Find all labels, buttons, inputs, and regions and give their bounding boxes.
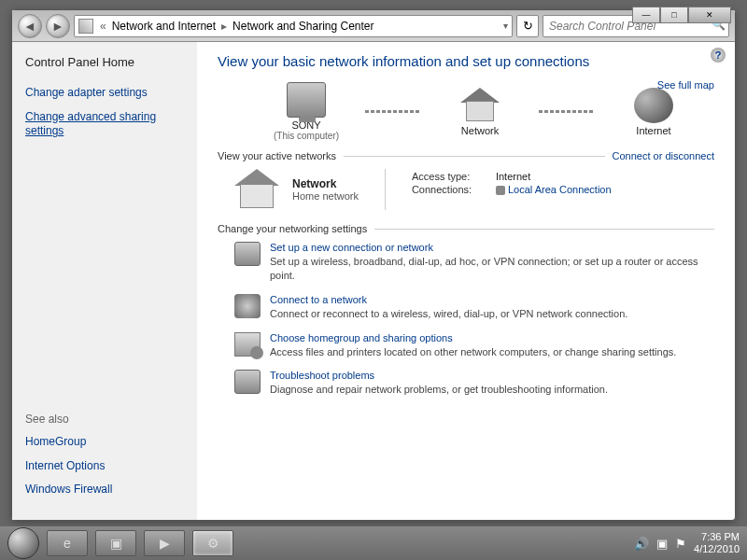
control-panel-home-link[interactable]: Control Panel Home [25, 55, 184, 69]
node-this-computer[interactable]: SONY (This computer) [255, 82, 358, 141]
connection-link[interactable]: Local Area Connection [508, 184, 612, 195]
taskbar-explorer-icon[interactable]: ▣ [95, 530, 136, 556]
taskbar-control-panel-icon[interactable]: ⚙ [192, 530, 233, 556]
breadcrumb-chevrons[interactable]: « [97, 20, 109, 33]
node-internet[interactable]: Internet [602, 88, 705, 136]
node-internet-label: Internet [636, 125, 670, 136]
active-network-panel: Network Home network Access type: Intern… [234, 169, 714, 210]
page-title: View your basic network information and … [218, 53, 714, 69]
task-link-connect[interactable]: Connect to a network [270, 294, 627, 305]
task-desc-setup: Set up a wireless, broadband, dial-up, a… [270, 255, 714, 283]
sidebar: Control Panel Home Change adapter settin… [12, 42, 197, 520]
setup-connection-icon [234, 242, 261, 266]
globe-icon [634, 88, 673, 123]
connections-label: Connections: [412, 184, 486, 195]
home-network-icon [234, 169, 279, 210]
taskbar-media-icon[interactable]: ▶ [144, 530, 185, 556]
task-link-homegroup[interactable]: Choose homegroup and sharing options [270, 332, 676, 343]
clock-date: 4/12/2010 [694, 543, 740, 555]
address-bar: ◄ ► « Network and Internet ▸ Network and… [12, 10, 735, 42]
system-tray: 🔊 ▣ ⚑ 7:36 PM 4/12/2010 [634, 531, 740, 555]
explorer-window: — □ ✕ ◄ ► « Network and Internet ▸ Netwo… [11, 9, 736, 521]
sidebar-link-internet-options[interactable]: Internet Options [25, 459, 184, 474]
node-network[interactable]: Network [429, 88, 531, 136]
window-controls: — □ ✕ [632, 7, 731, 23]
change-settings-heading: Change your networking settings [218, 223, 367, 234]
network-tray-icon[interactable]: ▣ [656, 537, 668, 551]
taskbar: e ▣ ▶ ⚙ 🔊 ▣ ⚑ 7:36 PM 4/12/2010 [0, 526, 747, 560]
help-icon[interactable]: ? [711, 48, 726, 63]
volume-icon[interactable]: 🔊 [634, 537, 649, 551]
breadcrumb-sharing-center[interactable]: Network and Sharing Center [230, 20, 376, 33]
sidebar-link-windows-firewall[interactable]: Windows Firewall [25, 483, 184, 497]
control-panel-icon [78, 19, 93, 34]
connect-disconnect-link[interactable]: Connect or disconnect [613, 150, 714, 161]
task-desc-homegroup: Access files and printers located on oth… [270, 345, 676, 359]
task-link-troubleshoot[interactable]: Troubleshoot problems [270, 370, 608, 381]
sidebar-link-adapter-settings[interactable]: Change adapter settings [25, 86, 184, 101]
forward-button[interactable]: ► [46, 14, 70, 38]
breadcrumb[interactable]: « Network and Internet ▸ Network and Sha… [74, 15, 513, 37]
task-connect-network[interactable]: Connect to a network Connect or reconnec… [234, 294, 714, 321]
sidebar-link-advanced-sharing[interactable]: Change advanced sharing settings [25, 110, 184, 139]
see-also-heading: See also [25, 413, 184, 426]
taskbar-clock[interactable]: 7:36 PM 4/12/2010 [694, 531, 740, 555]
map-connector [365, 110, 421, 113]
close-button[interactable]: ✕ [688, 7, 731, 23]
refresh-button[interactable]: ↻ [516, 15, 539, 37]
address-dropdown[interactable]: ▾ [503, 21, 508, 31]
task-desc-troubleshoot: Diagnose and repair network problems, or… [270, 383, 608, 397]
network-house-icon [460, 88, 500, 123]
start-button[interactable] [7, 527, 39, 559]
node-network-label: Network [461, 125, 499, 136]
access-type-label: Access type: [412, 171, 486, 182]
main-content: ? View your basic network information an… [197, 42, 735, 520]
ethernet-icon [496, 186, 505, 195]
active-networks-label: View your active networks [218, 150, 336, 161]
task-troubleshoot[interactable]: Troubleshoot problems Diagnose and repai… [234, 370, 714, 397]
breadcrumb-sep: ▸ [218, 20, 230, 33]
breadcrumb-network-internet[interactable]: Network and Internet [109, 20, 218, 33]
connect-network-icon [234, 294, 261, 318]
minimize-button[interactable]: — [632, 7, 660, 23]
clock-time: 7:36 PM [694, 531, 740, 543]
active-network-name[interactable]: Network [292, 177, 359, 190]
task-homegroup[interactable]: Choose homegroup and sharing options Acc… [234, 332, 714, 359]
active-network-type[interactable]: Home network [292, 190, 359, 202]
node-pc-sub: (This computer) [274, 131, 339, 141]
action-center-icon[interactable]: ⚑ [675, 537, 686, 551]
maximize-button[interactable]: □ [660, 7, 688, 23]
network-map: SONY (This computer) Network Internet [255, 82, 714, 141]
homegroup-icon [234, 332, 261, 357]
access-type-value: Internet [496, 171, 530, 182]
computer-icon [287, 82, 326, 118]
taskbar-ie-icon[interactable]: e [47, 530, 88, 556]
map-connector [539, 110, 595, 113]
back-button[interactable]: ◄ [18, 14, 42, 38]
troubleshoot-icon [234, 370, 261, 394]
task-link-setup[interactable]: Set up a new connection or network [270, 242, 714, 253]
task-desc-connect: Connect or reconnect to a wireless, wire… [270, 307, 627, 321]
task-setup-connection[interactable]: Set up a new connection or network Set u… [234, 242, 714, 283]
sidebar-link-homegroup[interactable]: HomeGroup [25, 435, 184, 450]
